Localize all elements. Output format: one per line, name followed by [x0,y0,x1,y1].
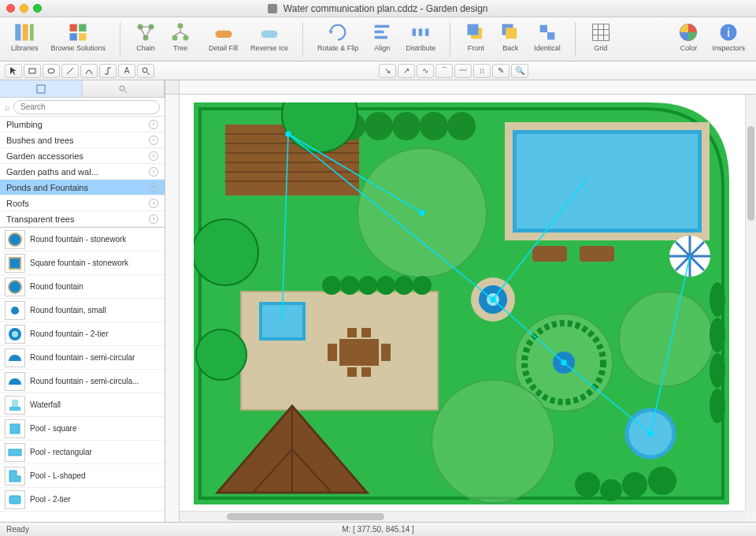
svg-point-94 [619,292,713,386]
svg-point-111 [286,132,291,136]
svg-point-83 [413,276,432,295]
arc-tool[interactable]: ⌒ [435,64,453,78]
pen-tool[interactable]: ✎ [492,64,510,78]
library-search-input[interactable] [13,100,160,114]
chain-button[interactable]: Chain [132,20,160,54]
polyline-tool[interactable]: ⎍ [473,64,491,78]
svg-rect-76 [347,367,357,377]
drawing-canvas[interactable] [180,95,745,511]
svg-rect-44 [9,407,20,411]
shape-label: Pool - square [30,424,76,433]
arrow-tool-2[interactable]: ↗ [398,64,415,78]
svg-rect-77 [361,367,371,377]
color-button[interactable]: Color [674,20,702,54]
libraries-icon [13,22,35,43]
line-tool[interactable] [61,64,79,78]
rotate-flip-icon [327,22,349,43]
svg-rect-6 [79,33,86,40]
scrollbar-thumb[interactable] [227,513,384,520]
identical-icon [536,22,558,43]
inspectors-button[interactable]: i Inspectors [709,20,748,54]
category-item[interactable]: Garden paths and wal...› [0,164,165,180]
browse-solutions-label: Browse Solutions [51,44,106,52]
connector-tool[interactable] [99,64,117,78]
spline-tool[interactable]: ∿ [417,64,434,78]
minimize-window-button[interactable] [20,4,28,13]
category-label: Roofs [6,199,29,208]
shape-item[interactable]: Round fountain - semi-circula... [0,370,165,393]
shape-item[interactable]: Round fountain - semi-circular [0,346,165,370]
svg-rect-14 [261,31,278,38]
shape-item[interactable]: Round fountain [0,275,165,299]
shape-item[interactable]: Waterfall [0,393,165,417]
detail-fill-button[interactable]: Detail Fill [206,20,241,54]
shape-label: Pool - L-shaped [30,471,86,480]
distribute-button[interactable]: Distribute [402,20,439,54]
svg-point-80 [358,276,377,295]
svg-rect-66 [580,246,614,262]
svg-rect-48 [9,496,20,504]
curve-tool[interactable] [80,64,98,78]
horizontal-scrollbar[interactable] [180,511,745,522]
shape-label: Pool - 2-tier [30,495,71,504]
svg-point-103 [710,389,725,423]
back-button[interactable]: Back [496,20,524,54]
tree-button[interactable]: Tree [166,20,195,54]
svg-point-85 [196,329,246,380]
category-item[interactable]: Roofs› [0,195,165,211]
sidebar-tab-shapes[interactable] [0,80,83,97]
text-tool[interactable]: A [118,64,135,78]
bezier-tool[interactable]: 〰 [454,64,472,78]
ellipse-tool[interactable] [43,64,60,78]
svg-rect-1 [23,24,28,41]
align-button[interactable]: Align [368,20,396,54]
pointer-tool[interactable] [5,64,22,78]
shape-item[interactable]: Pool - rectangular [0,441,165,464]
shape-item[interactable]: Square fountain - stonework [0,251,165,275]
chain-icon [135,22,157,43]
identical-label: Identical [534,44,561,52]
category-item[interactable]: Plumbing› [0,117,165,132]
grid-button[interactable]: Grid [587,20,615,54]
rotate-flip-button[interactable]: Rotate & Flip [314,20,361,54]
category-item[interactable]: Transparent trees› [0,211,165,227]
search-tool[interactable] [137,64,154,78]
rect-tool[interactable] [24,64,41,78]
close-window-button[interactable] [6,4,15,13]
window-title: Water communication plan.cddz - Garden d… [0,3,756,14]
svg-point-112 [420,210,424,215]
category-label: Plumbing [6,120,43,129]
zoom-tool[interactable]: 🔍 [511,64,528,78]
sidebar-tab-search[interactable] [83,80,165,97]
libraries-button[interactable]: Libraries [8,20,42,54]
shape-item[interactable]: Round fountain, small [0,299,165,322]
scrollbar-thumb[interactable] [747,126,754,221]
front-label: Front [468,44,484,52]
svg-point-36 [120,86,124,91]
browse-solutions-button[interactable]: Browse Solutions [48,20,109,54]
arrow-tool[interactable]: ↘ [379,64,396,78]
vertical-scrollbar[interactable] [745,95,756,511]
ruler-corner [165,80,180,95]
front-button[interactable]: Front [461,20,490,54]
main-toolbar: Libraries Browse Solutions Chain Tree De… [0,17,756,61]
category-item[interactable]: Bushes and trees› [0,132,165,148]
rotate-flip-label: Rotate & Flip [317,44,358,52]
front-icon [465,22,487,43]
shape-item[interactable]: Pool - square [0,417,165,441]
shape-item[interactable]: Pool - 2-tier [0,488,165,512]
shape-item[interactable]: Pool - L-shaped [0,464,165,488]
svg-point-38 [9,233,21,246]
category-item[interactable]: Garden accessories› [0,148,165,164]
zoom-window-button[interactable] [33,4,42,13]
disclosure-icon: › [149,199,158,208]
svg-point-57 [365,112,393,140]
category-list: Plumbing›Bushes and trees›Garden accesso… [0,117,165,228]
shape-item[interactable]: Round fountain - stonework [0,228,165,251]
identical-button[interactable]: Identical [531,20,564,54]
shape-item[interactable]: Round fountain - 2-tier [0,322,165,346]
align-icon [371,22,393,43]
color-icon [677,22,699,43]
reverse-ice-button[interactable]: Reverse Ice [247,20,291,54]
category-item[interactable]: Ponds and Fountains› [0,180,165,195]
